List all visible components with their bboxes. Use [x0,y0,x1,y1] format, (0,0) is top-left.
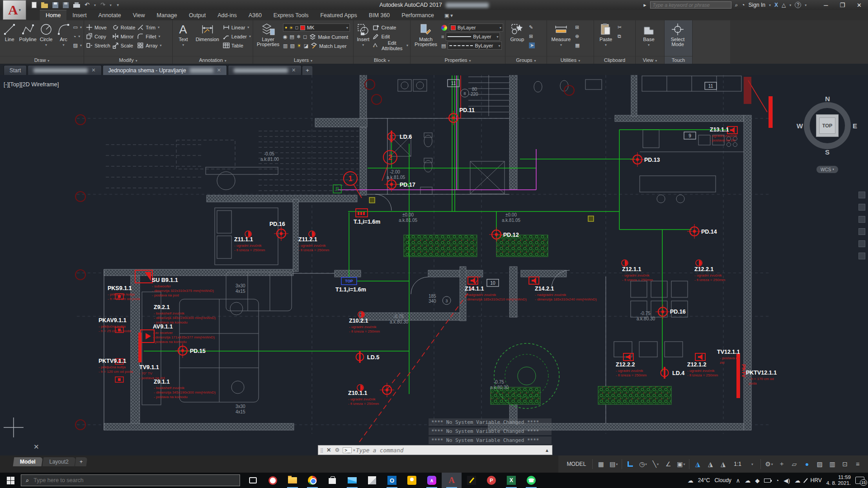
quick-properties-toggle[interactable]: ▥ [826,458,838,470]
tab-close-icon[interactable]: ✕ [217,67,221,73]
arc-tool-button[interactable]: Arc▾ [56,22,71,56]
file-tab-drawing[interactable]: Jednopolna shema - Upravljanje✕ [103,65,227,75]
minimize-button[interactable]: ─ [824,2,828,9]
ungroup-icon[interactable]: ✎ [529,24,533,30]
help-dropdown-icon[interactable]: ▾ [805,3,807,7]
object-color-combo[interactable]: ByLayer▾ [449,23,503,32]
hatch-tool-icon[interactable]: ▨ [73,42,78,48]
clean-screen-toggle[interactable]: ⊡ [839,458,851,470]
onedrive-icon[interactable]: ☁ [745,477,750,484]
taskbar-app-clickup[interactable]: ∧ [422,473,442,488]
exchange-apps-icon[interactable]: X [774,2,778,8]
weather-cloud-icon[interactable]: ☁ [688,477,693,484]
ribbon-tab-performance[interactable]: Performance [396,10,440,20]
line-tool-button[interactable]: Line [2,22,17,56]
polar-tracking-toggle[interactable]: ◷▾ [637,458,649,470]
polyline-tool-button[interactable]: Polyline [19,22,37,56]
table-button[interactable]: Table [223,42,243,49]
pen-icon[interactable] [803,478,808,483]
a360-icon[interactable]: △ [782,2,786,8]
taskbar-app-task-view[interactable] [243,473,263,488]
taskbar-app-mail[interactable] [342,473,362,488]
layer-walk-icon[interactable]: ☀ [297,43,302,49]
viewcube[interactable]: N S W E TOP [804,102,851,149]
draw-panel-footer[interactable]: Draw▾ [0,56,84,64]
base-view-button[interactable]: Base▾ [637,22,660,56]
groups-panel-footer[interactable]: Groups▾ [505,56,547,64]
ribbon-tab-insert[interactable]: Insert [66,10,92,20]
layer-off-icon[interactable]: ◉ [283,34,288,40]
viewcube-face-top[interactable]: TOP [816,114,839,137]
save-icon[interactable] [52,2,58,8]
redo-icon[interactable]: ↷ [100,2,105,8]
ellipse-tool-icon[interactable]: ◔ [73,34,76,39]
command-bar-grip[interactable]: ⣿ [318,448,325,453]
move-tool-button[interactable]: Move [86,24,107,31]
ribbon-tab-manage[interactable]: Manage [151,10,183,20]
help-search-input[interactable] [650,1,731,9]
modify-panel-footer[interactable]: Modify▾ [84,56,172,64]
compass-east[interactable]: E [853,122,857,130]
quick-select-icon[interactable]: ⊞ [575,24,579,30]
properties-panel-footer[interactable]: Properties▾ [410,56,505,64]
tab-close-icon[interactable]: ✕ [292,67,296,73]
annotation-scale-value[interactable]: 1:1 [730,460,745,468]
fillet-dropdown-icon[interactable]: ▾ [159,34,160,38]
layers-panel-footer[interactable]: Layers▾ [253,56,353,64]
wifi-icon[interactable]: ◔ [775,477,779,484]
quick-calc-icon[interactable]: ▦ [575,42,580,48]
workspace-switching[interactable]: ⚙▾ [763,458,775,470]
undo-dropdown-icon[interactable]: ▾ [94,3,96,7]
file-tab-start[interactable]: Start [4,65,27,75]
redo-dropdown-icon[interactable]: ▾ [110,3,112,7]
annotation-scale-icon[interactable]: ◮ [717,458,729,470]
scale-dropdown[interactable]: ▾ [746,458,758,470]
copy-tool-button[interactable]: Copy [86,33,106,40]
help-icon[interactable]: ? [795,2,801,8]
notification-center-icon[interactable]: 15 [855,477,864,484]
group-button[interactable]: Group [507,22,527,56]
dropbox-icon[interactable]: ◆ [755,477,760,484]
command-input[interactable] [355,446,542,454]
array-dropdown-icon[interactable]: ▾ [160,43,162,47]
weather-temp[interactable]: 24°C [698,477,710,483]
annotation-visibility-toggle[interactable]: ◮ [692,458,703,470]
copy-clip-icon[interactable]: ⧉ [618,33,621,39]
taskbar-app-screenshot-tool[interactable] [263,473,283,488]
palette-button[interactable] [859,253,865,259]
fillet-tool-button[interactable]: Fillet [137,33,156,40]
select-mode-button[interactable]: Select Mode [666,22,689,56]
layer-properties-button[interactable]: Layer Properties [255,22,281,56]
layer-unisolate-icon[interactable]: ▥ [283,43,288,49]
save-as-icon[interactable] [63,2,69,8]
ribbon-tab-home[interactable]: Home [40,10,66,20]
ribbon-tab-view[interactable]: View [127,10,151,20]
scale-tool-button[interactable]: Scale [112,42,133,49]
autocad-app-menu-button[interactable]: A▾ [3,0,26,20]
layer-freeze-icon[interactable]: ❄ [297,34,301,40]
measure-button[interactable]: Measure▾ [549,22,573,56]
group-selection-toggle-icon[interactable]: ➤ [529,42,535,48]
file-tab-redacted[interactable]: ✕ [228,65,302,75]
undo-icon[interactable]: ↶ [85,2,90,8]
leader-button[interactable]: Leader [223,33,247,40]
dimension-tool-button[interactable]: Dimension [194,22,221,56]
taskbar-app-autocad[interactable]: A [442,473,462,488]
language-indicator[interactable]: HRV [811,477,822,483]
taskbar-app-outlook[interactable]: O [382,473,402,488]
taskbar-app-license-tool[interactable] [462,473,481,488]
command-bar-close-icon[interactable]: ✕ [325,447,333,453]
trim-tool-button[interactable]: Trim [137,24,156,31]
match-properties-button[interactable]: Match Properties [412,22,439,56]
new-drawing-icon[interactable] [32,2,37,8]
viewport-controls[interactable]: [-][Top][2D Wireframe] [4,81,59,88]
rectangle-tool-icon[interactable]: ▭ [73,24,78,30]
ribbon-tab-add-ins[interactable]: Add-ins [212,10,242,20]
ribbon-tab-express-tools[interactable]: Express Tools [268,10,315,20]
command-line-bar[interactable]: ⣿ ✕ ⚙ >_▾ ▲ [318,445,552,455]
binoculars-search-icon[interactable]: ⌕ [735,2,738,8]
taskbar-app-sticky-notes[interactable] [402,473,422,488]
tray-expand-icon[interactable]: ∧ [736,477,741,484]
trim-dropdown-icon[interactable]: ▾ [158,25,160,29]
snap-mode-toggle[interactable]: ▤▾ [608,458,619,470]
